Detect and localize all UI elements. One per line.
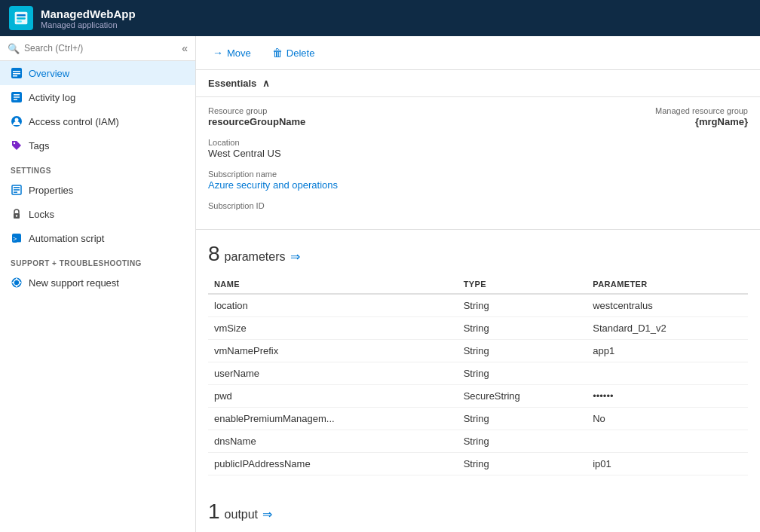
outputs-section: 1 output ⇒ NAME TYPE OUTPUT applicationE… <box>196 488 760 532</box>
param-value: app1 <box>587 340 748 362</box>
support-section-label: SUPPORT + TROUBLESHOOTING <box>0 250 195 271</box>
delete-icon: 🗑 <box>272 47 283 59</box>
param-name: location <box>208 294 458 317</box>
param-name: vmNamePrefix <box>208 340 458 362</box>
svg-rect-1 <box>17 14 26 17</box>
support-icon <box>11 277 23 289</box>
sidebar-item-overview[interactable]: Overview <box>0 61 195 85</box>
managed-app-icon <box>9 6 33 30</box>
param-type: String <box>458 408 587 430</box>
param-value: No <box>587 408 748 430</box>
sidebar-item-support[interactable]: New support request <box>0 271 195 295</box>
param-name: enablePremiumManagem... <box>208 408 458 430</box>
essentials-body: Resource group resourceGroupName Locatio… <box>196 97 760 230</box>
sidebar-item-activity-log[interactable]: Activity log <box>0 85 195 109</box>
svg-rect-5 <box>13 71 20 72</box>
parameters-section: 8 parameters ⇒ NAME TYPE PARAMETER locat… <box>196 230 760 488</box>
param-value <box>587 362 748 385</box>
svg-rect-9 <box>14 94 20 96</box>
essentials-right: Managed resource group {mrgName} <box>478 106 748 217</box>
table-row: location String westcentralus <box>208 294 748 317</box>
param-type: String <box>458 362 587 385</box>
sidebar: 🔍 « Overview Activity log Access control… <box>0 36 196 532</box>
table-row: dnsName String <box>208 430 748 453</box>
location-value: West Central US <box>208 148 478 159</box>
outputs-link-icon[interactable]: ⇒ <box>262 507 272 521</box>
svg-rect-16 <box>14 187 20 188</box>
lock-icon <box>11 208 23 220</box>
app-subtitle: Managed application <box>41 20 136 29</box>
essentials-chevron: ∧ <box>262 78 270 89</box>
param-value: Standard_D1_v2 <box>587 317 748 340</box>
collapse-button[interactable]: « <box>182 42 188 54</box>
sidebar-item-properties[interactable]: Properties <box>0 178 195 202</box>
location-field: Location West Central US <box>208 138 478 159</box>
sidebar-item-access-control-label: Access control (IAM) <box>29 116 119 127</box>
properties-icon <box>11 184 23 196</box>
svg-rect-17 <box>14 189 20 191</box>
sidebar-item-automation-label: Automation script <box>29 233 104 244</box>
param-name: publicIPAddressName <box>208 453 458 475</box>
svg-rect-18 <box>14 191 17 193</box>
resource-group-value: resourceGroupName <box>208 116 478 127</box>
parameters-table: NAME TYPE PARAMETER location String west… <box>208 275 748 475</box>
sidebar-item-access-control[interactable]: Access control (IAM) <box>0 109 195 133</box>
param-value: westcentralus <box>587 294 748 317</box>
sidebar-item-locks[interactable]: Locks <box>0 202 195 226</box>
svg-rect-11 <box>14 99 17 100</box>
top-bar: ManagedWebApp Managed application <box>0 0 760 36</box>
managed-rg-field: Managed resource group {mrgName} <box>478 106 748 127</box>
outputs-label: output <box>225 508 258 521</box>
subscription-id-label: Subscription ID <box>208 201 478 210</box>
table-row: publicIPAddressName String ip01 <box>208 453 748 475</box>
svg-rect-10 <box>14 96 20 98</box>
essentials-left: Resource group resourceGroupName Locatio… <box>208 106 478 217</box>
param-value: •••••• <box>587 385 748 408</box>
param-name: userName <box>208 362 458 385</box>
sidebar-item-automation-script[interactable]: >_ Automation script <box>0 226 195 250</box>
subscription-name-field: Subscription name Azure security and ope… <box>208 170 478 191</box>
search-input[interactable] <box>24 43 177 54</box>
sidebar-item-support-label: New support request <box>29 277 119 289</box>
parameters-count: 8 <box>208 242 220 266</box>
move-icon: → <box>213 47 223 59</box>
parameters-link-icon[interactable]: ⇒ <box>290 249 300 264</box>
activity-icon <box>11 91 23 103</box>
table-row: pwd SecureString •••••• <box>208 385 748 408</box>
search-bar: 🔍 « <box>0 36 195 61</box>
overview-icon <box>11 67 23 79</box>
search-icon: 🔍 <box>8 43 20 54</box>
param-name: vmSize <box>208 317 458 340</box>
managed-rg-value: {mrgName} <box>478 116 748 127</box>
subscription-id-field: Subscription ID <box>208 201 478 211</box>
parameters-title: 8 parameters ⇒ <box>208 242 748 266</box>
svg-point-13 <box>15 118 19 122</box>
sidebar-item-tags[interactable]: Tags <box>0 133 195 157</box>
parameters-label: parameters <box>225 250 286 264</box>
sidebar-item-activity-log-label: Activity log <box>29 92 75 103</box>
tag-icon <box>11 139 23 151</box>
param-value: ip01 <box>587 453 748 475</box>
content-area: → Move 🗑 Delete Essentials ∧ Resource gr… <box>196 36 760 532</box>
managed-rg-label: Managed resource group <box>478 106 748 115</box>
param-col-parameter: PARAMETER <box>587 275 748 294</box>
essentials-header[interactable]: Essentials ∧ <box>196 70 760 97</box>
table-row: vmSize String Standard_D1_v2 <box>208 317 748 340</box>
param-type: String <box>458 430 587 453</box>
param-col-type: TYPE <box>458 275 587 294</box>
sidebar-item-tags-label: Tags <box>29 140 49 151</box>
sidebar-item-locks-label: Locks <box>29 209 54 220</box>
subscription-name-value[interactable]: Azure security and operations <box>208 179 478 191</box>
svg-rect-3 <box>17 20 22 23</box>
delete-label: Delete <box>287 47 315 59</box>
svg-point-14 <box>14 142 15 144</box>
param-type: String <box>458 317 587 340</box>
table-row: enablePremiumManagem... String No <box>208 408 748 430</box>
svg-rect-2 <box>17 17 26 20</box>
resource-group-label: Resource group <box>208 106 478 115</box>
table-row: vmNamePrefix String app1 <box>208 340 748 362</box>
delete-button[interactable]: 🗑 Delete <box>268 44 320 62</box>
svg-text:>_: >_ <box>13 235 21 243</box>
move-label: Move <box>227 47 251 59</box>
move-button[interactable]: → Move <box>208 44 256 62</box>
